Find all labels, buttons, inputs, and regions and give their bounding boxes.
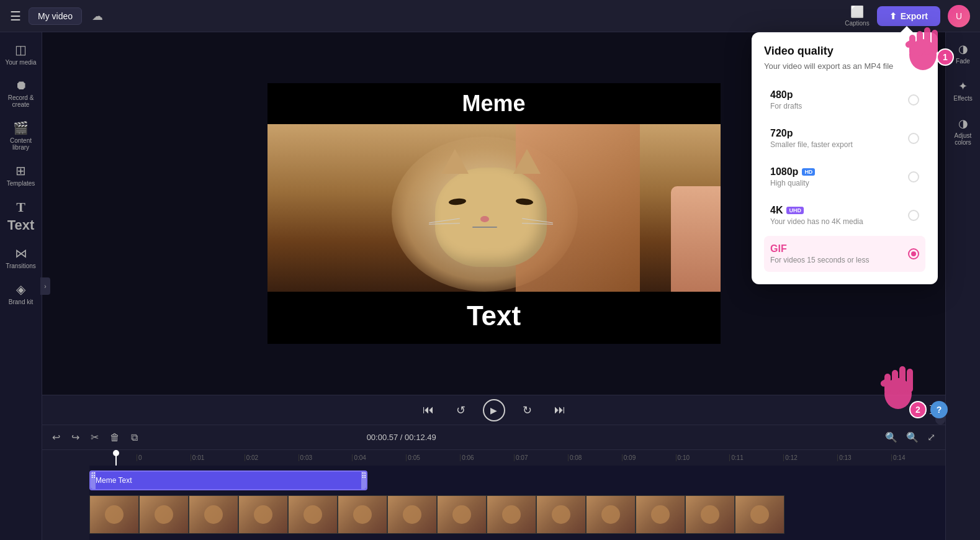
track-label: Meme Text (96, 476, 132, 485)
video-bottom-bar: Text (267, 292, 721, 340)
ruler-mark: 0:03 (299, 454, 353, 461)
topbar-right: ⬜ Captions ⬆ Export U (845, 5, 970, 27)
sidebar-item-label: Text (7, 217, 35, 233)
sidebar-item-your-media[interactable]: ◫ Your media (2, 37, 40, 71)
ruler-mark: 0:08 (568, 454, 622, 461)
adjust-colors-label: Adjust colors (950, 132, 976, 146)
quality-option-480p-left: 480p For drafts (770, 89, 903, 110)
quality-desc-720p: Smaller file, faster export (770, 140, 903, 149)
sidebar-item-record[interactable]: ⏺ Record & create (2, 73, 40, 113)
content-library-icon: 🎬 (13, 120, 29, 135)
video-subtitle: Text (467, 300, 521, 331)
brand-kit-icon: ◈ (16, 282, 25, 297)
quality-option-1080p[interactable]: 1080p HD High quality (764, 159, 925, 195)
quality-popover-title: Video quality (764, 45, 925, 58)
quality-radio-4k (908, 210, 919, 221)
quality-radio-1080p (908, 171, 919, 182)
video-thumb (636, 495, 685, 534)
undo-button[interactable]: ↩ (50, 429, 63, 446)
text-track[interactable]: ⠿ Meme Text ⠿ (89, 470, 367, 490)
total-time: 00:12.49 (405, 433, 436, 442)
captions-button[interactable]: ⬜ Captions (845, 5, 869, 27)
ruler-mark: 0:11 (729, 454, 783, 461)
playhead[interactable] (115, 450, 117, 466)
cut-button[interactable]: ✂ (88, 429, 101, 446)
sidebar-item-transitions[interactable]: ⋈ Transitions (2, 241, 40, 274)
redo-button[interactable]: ↪ (69, 429, 82, 446)
timeline-ruler: 0 0:01 0:02 0:03 0:04 0:05 0:06 0:07 0:0… (42, 449, 945, 466)
hd-badge: HD (802, 168, 815, 176)
ruler-mark: 0:12 (783, 454, 837, 461)
sidebar-item-label: Content library (5, 137, 37, 151)
ruler-mark: 0:14 (891, 454, 945, 461)
fast-forward-button[interactable]: ↻ (518, 401, 537, 420)
captions-label: Captions (845, 20, 869, 27)
ruler-mark: 0:06 (460, 454, 514, 461)
quality-desc-gif: For videos 15 seconds or less (770, 256, 903, 264)
rpanel-fade[interactable]: ◑ Fade (948, 37, 979, 70)
sidebar-collapse-button[interactable]: › (40, 277, 50, 295)
sidebar-item-label: Templates (7, 180, 35, 187)
quality-option-4k[interactable]: 4K UHD Your video has no 4K media (764, 197, 925, 233)
quality-label-4k: 4K UHD (770, 205, 903, 216)
quality-radio-480p (908, 94, 919, 106)
play-button[interactable]: ▶ (483, 399, 505, 421)
rewind-button[interactable]: ↺ (451, 401, 470, 420)
timeline-toolbar: ↩ ↪ ✂ 🗑 ⧉ 00:00.57 / 00:12.49 🔍 🔍 ⤢ (42, 425, 945, 449)
captions-icon: ⬜ (850, 5, 864, 19)
video-thumb (536, 495, 586, 534)
quality-option-gif[interactable]: GIF For videos 15 seconds or less (764, 236, 925, 272)
video-track-strip (89, 495, 784, 534)
zoom-in-button[interactable]: 🔍 (904, 429, 921, 446)
ruler-mark: 0:02 (245, 454, 299, 461)
rpanel-adjust-colors[interactable]: ◑ Adjust colors (948, 112, 979, 151)
video-thumb (685, 495, 735, 534)
avatar[interactable]: U (948, 5, 970, 27)
save-cloud-icon[interactable]: ☁ (92, 9, 103, 23)
export-label: Export (901, 11, 928, 21)
sidebar-item-brand-kit[interactable]: ◈ Brand kit (2, 277, 40, 310)
record-icon: ⏺ (15, 78, 27, 92)
quality-option-gif-left: GIF For videos 15 seconds or less (770, 243, 903, 264)
video-top-bar: Meme (267, 83, 721, 124)
timeline-section: ↩ ↪ ✂ 🗑 ⧉ 00:00.57 / 00:12.49 🔍 🔍 ⤢ (42, 425, 945, 540)
quality-desc-480p: For drafts (770, 102, 903, 110)
effects-icon: ✦ (958, 79, 968, 93)
quality-label-720p: 720p (770, 128, 903, 139)
delete-button[interactable]: 🗑 (107, 430, 122, 446)
uhd-badge: UHD (786, 207, 804, 214)
effects-label: Effects (953, 95, 972, 102)
zoom-out-button[interactable]: 🔍 (883, 429, 900, 446)
ruler-marks: 0 0:01 0:02 0:03 0:04 0:05 0:06 0:07 0:0… (89, 454, 945, 461)
menu-icon[interactable]: ☰ (10, 9, 21, 24)
video-image (267, 124, 721, 292)
quality-option-480p[interactable]: 480p For drafts (764, 82, 925, 118)
export-button[interactable]: ⬆ Export (877, 6, 940, 26)
video-thumb (89, 495, 139, 534)
quality-label-gif: GIF (770, 243, 903, 254)
sidebar-item-text[interactable]: T Text (2, 194, 40, 238)
sidebar-item-templates[interactable]: ⊞ Templates (2, 158, 40, 192)
duplicate-button[interactable]: ⧉ (128, 430, 140, 446)
video-thumb (437, 495, 487, 534)
playback-controls: ⏮ ↺ ▶ ↻ ⏭ ⛶ (42, 395, 945, 425)
fullscreen-button[interactable]: ⛶ (923, 405, 933, 416)
fit-button[interactable]: ⤢ (925, 429, 938, 446)
skip-to-end-button[interactable]: ⏭ (549, 401, 570, 419)
quality-option-720p[interactable]: 720p Smaller file, faster export (764, 120, 925, 156)
text-icon: T (16, 199, 25, 215)
quality-popover-subtitle: Your video will export as an MP4 file (764, 61, 925, 71)
ruler-mark: 0:07 (514, 454, 568, 461)
video-thumb (238, 495, 288, 534)
video-thumb (487, 495, 536, 534)
skip-to-start-button[interactable]: ⏮ (418, 401, 439, 419)
video-thumb (139, 495, 189, 534)
track-handle-right[interactable]: ⠿ (361, 472, 366, 489)
track-handle-left[interactable]: ⠿ (91, 472, 96, 489)
project-title[interactable]: My video (29, 7, 82, 25)
templates-icon: ⊞ (16, 163, 26, 178)
video-thumb (288, 495, 338, 534)
adjust-colors-icon: ◑ (958, 117, 968, 130)
rpanel-effects[interactable]: ✦ Effects (948, 74, 979, 107)
sidebar-item-content-library[interactable]: 🎬 Content library (2, 115, 40, 156)
